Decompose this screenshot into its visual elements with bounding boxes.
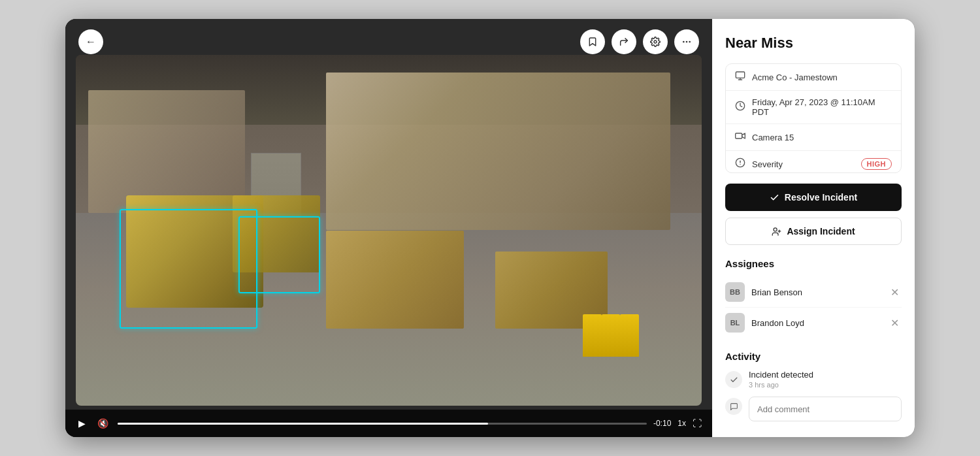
back-button[interactable]: ← (78, 29, 103, 54)
activity-icon (725, 371, 742, 388)
activity-section: Activity Incident detected 3 hrs ago (725, 351, 902, 421)
shelf-back (326, 73, 670, 231)
svg-point-3 (689, 41, 691, 43)
info-row-location: Acme Co - Jamestown (726, 64, 901, 91)
toolbar-right (580, 29, 699, 54)
location-icon (735, 71, 745, 84)
time-icon (735, 101, 745, 114)
bookmark-button[interactable] (580, 29, 605, 54)
comment-input[interactable] (749, 397, 902, 421)
severity-label: Severity (752, 159, 855, 169)
assignee-row-bb: BB Brian Benson ✕ (725, 277, 902, 308)
bollard-3 (620, 314, 639, 356)
assign-label: Assign Incident (787, 226, 855, 236)
camera-icon (735, 131, 745, 144)
remove-assignee-bl[interactable]: ✕ (888, 316, 902, 331)
time-text: Friday, Apr 27, 2023 @ 11:10AM PDT (752, 97, 892, 117)
svg-point-1 (683, 41, 685, 43)
assignee-name-bl: Brandon Loyd (751, 318, 881, 328)
fullscreen-button[interactable]: ⛶ (693, 418, 702, 429)
camera-text: Camera 15 (752, 133, 892, 142)
assignees-title: Assignees (725, 258, 902, 269)
remove-assignee-bb[interactable]: ✕ (888, 285, 902, 300)
main-card: ← (65, 19, 915, 437)
svg-marker-7 (742, 133, 745, 138)
resolve-button[interactable]: Resolve Incident (725, 184, 902, 211)
info-row-camera: Camera 15 (726, 124, 901, 151)
info-card: Acme Co - Jamestown Friday, Apr 27, 2023… (725, 63, 902, 173)
activity-details: Incident detected 3 hrs ago (749, 370, 813, 389)
video-panel: ← (65, 19, 712, 437)
pallet-group (326, 231, 464, 329)
activity-title: Activity (725, 351, 902, 362)
svg-rect-4 (736, 72, 744, 78)
detection-box-2 (238, 216, 320, 293)
info-row-time: Friday, Apr 27, 2023 @ 11:10AM PDT (726, 91, 901, 124)
progress-fill (118, 423, 488, 425)
warehouse-background (76, 55, 702, 406)
svg-rect-6 (736, 133, 742, 138)
more-button[interactable] (674, 29, 699, 54)
assignee-row-bl: BL Brandon Loyd ✕ (725, 308, 902, 338)
mute-button[interactable]: 🔇 (95, 417, 111, 430)
info-row-severity: Severity HIGH (726, 151, 901, 173)
resolve-label: Resolve Incident (785, 192, 857, 203)
outer-container: ← (0, 0, 980, 456)
svg-point-0 (654, 41, 657, 43)
video-controls: ▶ 🔇 -0:10 1x ⛶ (65, 410, 712, 437)
bollard-2 (602, 314, 621, 356)
severity-icon (735, 157, 745, 171)
progress-bar[interactable] (118, 423, 647, 425)
share-button[interactable] (612, 29, 636, 54)
detection-box-1 (120, 209, 257, 329)
speed-display: 1x (678, 419, 686, 428)
video-area (76, 55, 702, 406)
right-panel: Near Miss Acme Co - Jamestown Friday, Ap… (712, 19, 915, 437)
video-topbar: ← (65, 19, 712, 65)
avatar-bl: BL (725, 313, 745, 333)
shelf-left (88, 90, 245, 213)
svg-point-2 (686, 41, 688, 43)
assignees-section: Assignees BB Brian Benson ✕ BL Brandon L… (725, 258, 902, 338)
svg-point-11 (774, 227, 777, 231)
bollard-1 (583, 314, 602, 356)
time-display: -0:10 (653, 419, 671, 428)
severity-badge: HIGH (861, 158, 892, 170)
activity-time: 3 hrs ago (749, 381, 813, 389)
incident-title: Near Miss (725, 35, 902, 52)
settings-button[interactable] (643, 29, 668, 54)
activity-text: Incident detected (749, 370, 813, 380)
location-text: Acme Co - Jamestown (752, 73, 892, 82)
assignee-name-bb: Brian Benson (751, 287, 881, 297)
comment-icon (725, 398, 742, 415)
comment-row (725, 397, 902, 421)
avatar-bb: BB (725, 282, 745, 302)
play-button[interactable]: ▶ (76, 417, 88, 430)
assign-button[interactable]: Assign Incident (725, 218, 902, 245)
activity-item: Incident detected 3 hrs ago (725, 370, 902, 389)
